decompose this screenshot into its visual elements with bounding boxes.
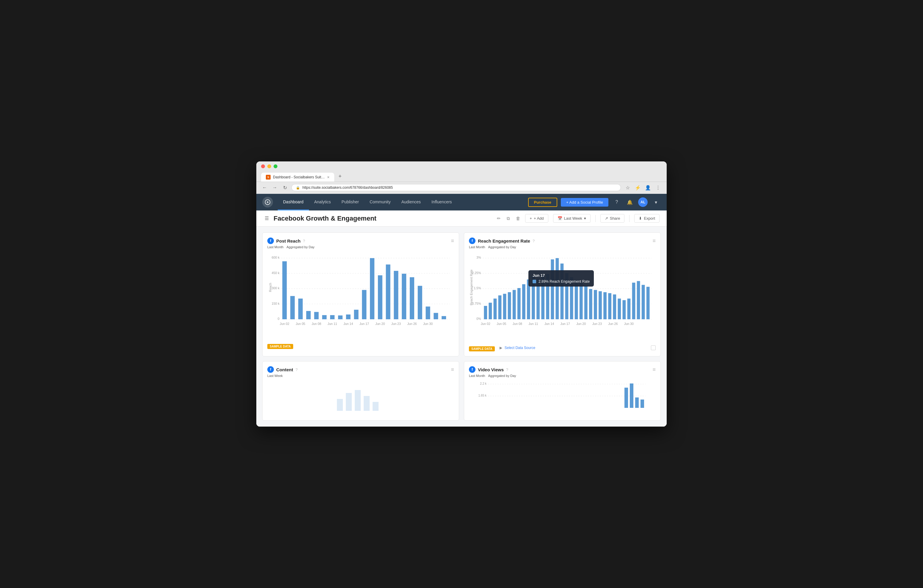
sidebar-toggle-button[interactable]: ☰ — [263, 214, 270, 222]
bar-20 — [434, 313, 438, 319]
eng-x-label-jun20: Jun 20 — [576, 322, 586, 325]
help-button[interactable]: ? — [612, 197, 621, 207]
share-button[interactable]: ↗ Share — [600, 214, 625, 223]
reach-engagement-menu-button[interactable]: ≡ — [652, 238, 656, 244]
nav-item-dashboard[interactable]: Dashboard — [278, 194, 309, 210]
vv-y-label-22k: 2.2 k — [480, 382, 487, 385]
post-reach-subtitle: Last Month Aggregated by Day — [267, 245, 454, 249]
eng-bar-1 — [484, 306, 487, 319]
post-reach-header: f Post Reach ? ≡ — [267, 238, 454, 244]
nav-item-audiences[interactable]: Audiences — [396, 194, 426, 210]
minimize-window-button[interactable] — [267, 164, 271, 168]
bar-11 — [362, 290, 366, 319]
y-label-225pct: 2.25% — [472, 271, 481, 275]
eng-x-label-jun30: Jun 30 — [624, 322, 634, 325]
facebook-icon: f — [267, 238, 274, 244]
maximize-window-button[interactable] — [274, 164, 278, 168]
video-views-subtitle: Last Month Aggregated by Day — [469, 374, 656, 378]
svg-rect-11 — [346, 393, 352, 411]
y-axis-label-engagement: Reach Engagement Rate — [470, 269, 473, 305]
menu-button[interactable]: ⋮ — [654, 184, 662, 191]
reach-engagement-period: Last Month — [469, 245, 485, 249]
refresh-button[interactable]: ↻ — [281, 184, 288, 191]
tab-close-button[interactable]: × — [327, 175, 330, 179]
nav-logo[interactable] — [262, 197, 273, 207]
reach-engagement-help-icon[interactable]: ? — [532, 239, 535, 243]
bar-10 — [354, 310, 359, 319]
eng-bar-17 — [560, 264, 564, 320]
bookmark-button[interactable]: ☆ — [624, 184, 632, 191]
extensions-button[interactable]: ⚡ — [634, 184, 642, 191]
eng-bar-31 — [627, 299, 631, 319]
post-reach-title: Post Reach — [276, 238, 301, 243]
nav-item-community[interactable]: Community — [364, 194, 396, 210]
notifications-button[interactable]: 🔔 — [625, 197, 635, 207]
delete-button[interactable]: 🗑 — [515, 215, 522, 222]
duplicate-button[interactable]: ⧉ — [506, 215, 511, 222]
post-reach-help-icon[interactable]: ? — [303, 239, 305, 243]
post-reach-menu-button[interactable]: ≡ — [451, 238, 454, 244]
eng-x-label-jun14: Jun 14 — [544, 322, 554, 325]
post-reach-chart: 600 k 450 k 300 k 150 k 0 — [267, 252, 454, 342]
y-label-600k: 600 k — [272, 256, 280, 259]
back-button[interactable]: ← — [261, 184, 268, 191]
eng-bar-33 — [637, 281, 640, 319]
url-bar[interactable]: 🔒 https://suite.socialbakers.com/678766/… — [291, 184, 621, 191]
content-menu-button[interactable]: ≡ — [451, 366, 454, 373]
purchase-button[interactable]: Purchase — [528, 198, 558, 207]
eng-x-label-jun08: Jun 08 — [512, 322, 522, 325]
post-reach-period: Last Month — [267, 245, 283, 249]
svg-rect-10 — [337, 399, 343, 411]
video-views-help-icon[interactable]: ? — [506, 368, 508, 372]
select-data-source-link[interactable]: Select Data Source — [504, 346, 535, 350]
active-tab[interactable]: S Dashboard - Socialbakers Suit… × — [261, 173, 334, 182]
content-period: Last Week — [267, 374, 283, 378]
avatar-button[interactable]: AL — [638, 197, 648, 207]
nav-item-analytics[interactable]: Analytics — [309, 194, 336, 210]
facebook-icon-3: f — [267, 366, 274, 373]
eng-bar-15-peak — [551, 260, 554, 319]
eng-x-label-jun02: Jun 02 — [481, 322, 490, 325]
y-label-075pct: 0.75% — [472, 302, 481, 305]
close-window-button[interactable] — [261, 164, 265, 168]
divider — [595, 215, 596, 222]
add-social-profile-button[interactable]: + Add a Social Profile — [561, 198, 608, 207]
nav-item-publisher[interactable]: Publisher — [336, 194, 364, 210]
y-label-0: 0 — [278, 317, 279, 320]
browser-window: S Dashboard - Socialbakers Suit… × + ← →… — [256, 161, 667, 427]
eng-bar-11 — [532, 276, 535, 319]
export-button[interactable]: ⬇ Export — [634, 214, 660, 223]
reach-engagement-chart: Jun 17 2.89% Reach Engagement Rate 3% 2.… — [469, 252, 656, 342]
add-widget-button[interactable]: + + Add — [525, 214, 548, 223]
eng-bar-35 — [647, 287, 650, 319]
x-label-jun30: Jun 30 — [423, 322, 433, 325]
eng-bar-10 — [527, 279, 530, 319]
video-views-menu-button[interactable]: ≡ — [652, 366, 656, 373]
reach-engagement-aggregation: Aggregated by Day — [488, 245, 516, 249]
add-icon: + — [530, 216, 532, 220]
eng-bar-3 — [494, 299, 497, 319]
nav-item-influencers[interactable]: Influencers — [426, 194, 457, 210]
bar-17 — [410, 278, 414, 319]
eng-x-label-jun23: Jun 23 — [592, 322, 602, 325]
tab-bar: S Dashboard - Socialbakers Suit… × + — [261, 171, 662, 182]
new-tab-button[interactable]: + — [335, 171, 345, 182]
data-source-checkbox[interactable] — [651, 345, 656, 350]
content-help-icon[interactable]: ? — [296, 368, 298, 372]
date-range-button[interactable]: 📅 Last Week ▾ — [553, 214, 591, 223]
eng-bar-29 — [618, 299, 621, 319]
bar-6 — [322, 315, 327, 319]
y-label-450k: 450 k — [272, 271, 280, 275]
edit-title-button[interactable]: ✏ — [496, 215, 502, 222]
reach-engagement-title: Reach Engagement Rate — [478, 238, 530, 243]
bar-12-peak — [370, 258, 374, 319]
user-menu-chevron[interactable]: ▾ — [651, 197, 661, 207]
dashboard-actions: + + Add 📅 Last Week ▾ ↗ Share ⬇ Export — [525, 214, 660, 223]
svg-rect-14 — [373, 402, 379, 411]
profile-button[interactable]: 👤 — [644, 184, 652, 191]
post-reach-svg: 600 k 450 k 300 k 150 k 0 — [267, 252, 454, 342]
share-icon: ↗ — [605, 216, 608, 220]
content-title: Content — [276, 367, 293, 372]
browser-actions: ☆ ⚡ 👤 ⋮ — [624, 184, 662, 191]
forward-button[interactable]: → — [271, 184, 278, 191]
